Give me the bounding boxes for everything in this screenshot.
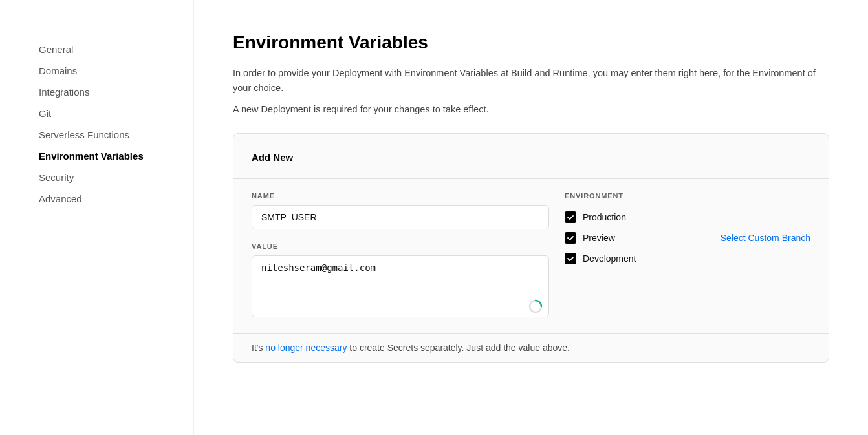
info-text-before: It's: [252, 343, 265, 353]
env-option-development-left: Development: [565, 253, 636, 264]
value-field-group: VALUE niteshseram@gmail.com: [252, 242, 549, 320]
info-text-after: to create Secrets separately. Just add t…: [347, 343, 570, 353]
name-field-group: NAME: [252, 192, 549, 229]
card-divider: [233, 178, 829, 179]
value-input[interactable]: niteshseram@gmail.com: [252, 255, 549, 317]
preview-checkbox[interactable]: [565, 232, 576, 244]
production-label: Production: [583, 212, 626, 222]
card-title: Add New: [252, 152, 810, 163]
sidebar-item-env-vars[interactable]: Environment Variables: [39, 145, 168, 167]
env-option-production: Production: [565, 207, 810, 227]
note-text: A new Deployment is required for your ch…: [233, 102, 829, 117]
sidebar-item-advanced[interactable]: Advanced: [39, 188, 168, 209]
env-option-preview-left: Preview: [565, 232, 615, 244]
sidebar-item-serverless-functions[interactable]: Serverless Functions: [39, 124, 168, 145]
production-checkbox[interactable]: [565, 211, 576, 223]
development-label: Development: [583, 253, 636, 264]
info-bar: It's no longer necessary to create Secre…: [233, 333, 829, 362]
sidebar-item-integrations[interactable]: Integrations: [39, 81, 168, 103]
main-content: Environment Variables In order to provid…: [194, 0, 868, 435]
sidebar-item-git[interactable]: Git: [39, 103, 168, 124]
sidebar-item-security[interactable]: Security: [39, 167, 168, 188]
no-longer-necessary-link[interactable]: no longer necessary: [265, 343, 347, 353]
select-custom-branch-link[interactable]: Select Custom Branch: [721, 233, 810, 243]
page-title: Environment Variables: [233, 32, 829, 53]
sidebar: General Domains Integrations Git Serverl…: [0, 0, 194, 435]
preview-label: Preview: [583, 233, 615, 243]
env-option-preview: Preview Select Custom Branch: [565, 228, 810, 248]
environment-section: ENVIRONMENT Production: [565, 192, 810, 320]
env-option-production-left: Production: [565, 211, 626, 223]
loading-spinner: [528, 299, 543, 313]
add-new-card: Add New NAME VALUE niteshseram@gmail.com: [233, 133, 829, 363]
env-label: ENVIRONMENT: [565, 192, 810, 200]
form-row: NAME VALUE niteshseram@gmail.com: [252, 192, 810, 320]
description-text: In order to provide your Deployment with…: [233, 66, 829, 96]
env-option-development: Development: [565, 249, 810, 268]
form-left: NAME VALUE niteshseram@gmail.com: [252, 192, 549, 320]
env-options-list: Production Preview: [565, 207, 810, 268]
name-label: NAME: [252, 192, 549, 200]
textarea-wrapper: niteshseram@gmail.com: [252, 255, 549, 320]
value-label: VALUE: [252, 242, 549, 250]
sidebar-item-general[interactable]: General: [39, 39, 168, 60]
name-input[interactable]: [252, 205, 549, 229]
development-checkbox[interactable]: [565, 253, 576, 264]
sidebar-item-domains[interactable]: Domains: [39, 60, 168, 81]
